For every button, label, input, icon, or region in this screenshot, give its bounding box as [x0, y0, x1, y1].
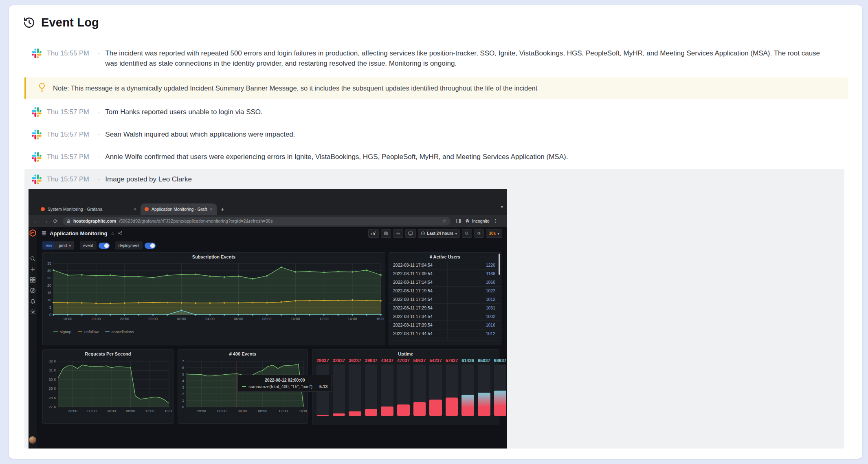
uptime-track: [397, 365, 410, 416]
reload-icon: ⟳: [51, 218, 59, 224]
table-row: 2022-08-11 17:09:541168: [389, 270, 501, 278]
favorite-star-icon: ☆: [111, 231, 115, 236]
svg-text:6: 6: [182, 366, 184, 370]
uptime-value: 68637: [494, 358, 507, 365]
save-dashboard-button: [381, 229, 391, 238]
uptime-track: [349, 365, 361, 416]
uptime-tick: -: [499, 416, 501, 420]
table-cell-value: 1012: [447, 295, 501, 303]
event-text: The incident was reported with repeated …: [105, 48, 822, 68]
back-icon: ←: [32, 218, 40, 224]
grafana-favicon: [41, 207, 45, 211]
uptime-bar: 61436-: [461, 358, 474, 420]
grafana-sidebar: [29, 227, 37, 449]
requests-per-second-chart: 27 K28 K29 K30 K31 K32 K20:0000:0004:000…: [43, 358, 173, 421]
chevron-down-icon: ▾: [455, 231, 457, 236]
monitor-icon: [408, 231, 413, 236]
svg-text:16:00: 16:00: [299, 409, 307, 413]
scrollbar: [499, 254, 500, 275]
browser-tab-system-monitoring: System Monitoring - Grafana ×: [37, 203, 141, 215]
grafana-logo: [29, 229, 37, 239]
url-domain: hostedgraphite.com: [73, 219, 116, 223]
svg-text:0: 0: [182, 405, 184, 409]
table-row: 2022-08-11 17:39:541016: [389, 321, 501, 329]
uptime-tick: -: [354, 416, 356, 420]
svg-text:20:00: 20:00: [92, 317, 101, 321]
kebab-menu-icon: ⋮: [493, 218, 498, 224]
event-text: Tom Hanks reported users unable to login…: [105, 107, 262, 117]
svg-text:29 K: 29 K: [48, 387, 56, 391]
table-cell-value: 1012: [447, 329, 501, 338]
tooltip-value: 5.13: [319, 384, 327, 389]
table-cell-value: 1060: [447, 278, 501, 286]
uptime-value: 61436: [461, 358, 474, 365]
refresh-interval-picker: 30s ▾: [486, 229, 502, 238]
svg-text:12:00: 12:00: [319, 317, 329, 321]
svg-text:27 K: 27 K: [48, 405, 56, 409]
svg-text:14:00: 14:00: [348, 317, 357, 321]
table-row: 2022-08-11 17:44:541012: [389, 329, 501, 338]
browser-tab-application-monitoring: Application Monitoring - Grafa ×: [141, 203, 217, 215]
event-toggle: [99, 243, 110, 249]
uptime-bar: 54237-: [429, 358, 442, 420]
time-range-picker: Last 24 hours ▾: [418, 229, 460, 238]
uptime-bar: 43437-: [381, 358, 393, 420]
refresh-icon: ⟳: [477, 231, 481, 236]
svg-text:04:00: 04:00: [237, 409, 247, 413]
svg-text:20:00: 20:00: [197, 409, 206, 413]
svg-text:30 K: 30 K: [48, 378, 56, 382]
save-icon: [384, 231, 388, 236]
settings-gear-icon: [30, 309, 36, 315]
event-row: Thu 15:57 PM · Image posted by Leo Clark…: [24, 174, 844, 184]
deployment-toggle: [145, 243, 156, 249]
uptime-value: 36237: [349, 358, 361, 365]
env-variable-label: env: [42, 241, 55, 250]
dot-separator: ·: [98, 174, 100, 184]
series-dash-icon: [242, 386, 246, 387]
panel-uptime: Uptime 29037-32637-36237-39837-43437-470…: [312, 349, 499, 424]
event-timestamp: Thu 15:55 PM: [47, 48, 92, 58]
event-timestamp: Thu 15:57 PM: [47, 107, 92, 117]
table-cell-time: 2022-08-11 17:24:54: [389, 295, 447, 303]
table-row: 2022-08-11 17:34:541002: [389, 312, 501, 321]
lock-icon: [67, 219, 70, 223]
slack-icon: [32, 49, 42, 58]
incident-note-banner: Note: This message is a dynamically upda…: [24, 77, 848, 99]
event-timestamp: Thu 15:57 PM: [47, 174, 92, 184]
card-header: Event Log: [9, 5, 862, 29]
event-log-card: Event Log Thu 15:55 PM · The incident wa…: [9, 5, 862, 459]
svg-text:18:00: 18:00: [63, 317, 73, 321]
history-icon: [23, 16, 35, 29]
explore-compass-icon: [30, 287, 36, 294]
panel-title: # Active Users: [389, 253, 501, 261]
alerting-bell-icon: [30, 298, 36, 304]
uptime-track: [446, 365, 458, 416]
svg-text:12:00: 12:00: [279, 409, 288, 413]
svg-text:06:00: 06:00: [234, 317, 243, 321]
table-row: 2022-08-11 17:29:541031: [389, 304, 501, 312]
event-variable-label: event: [80, 241, 96, 250]
uptime-value: 65037: [478, 358, 490, 365]
forward-icon: →: [42, 218, 50, 224]
posted-image-grafana-screenshot[interactable]: System Monitoring - Grafana × Applicatio…: [29, 189, 507, 449]
uptime-bar: 39837-: [365, 358, 378, 420]
svg-text:12:00: 12:00: [145, 409, 154, 413]
uptime-value: 54237: [429, 358, 442, 365]
slack-icon: [32, 175, 42, 184]
uptime-bar-gauges: 29037-32637-36237-39837-43437-47037-5063…: [312, 358, 499, 420]
image-event-container: Thu 15:57 PM · Image posted by Leo Clark…: [24, 169, 844, 449]
uptime-track: [494, 365, 507, 416]
bookmark-star-icon: ☆: [442, 218, 446, 224]
panel-title: Requests Per Second: [43, 350, 173, 358]
panel-subscription-events: Subscription Events 0510152025303518:002…: [42, 252, 385, 345]
uptime-tick: -: [419, 416, 420, 420]
table-row: 2022-08-11 17:14:541060: [389, 278, 501, 287]
uptime-tick: -: [371, 416, 372, 420]
env-variable-value: prod ▾: [55, 241, 74, 250]
url-path: /50623d92/grafana/d/rFJ3Zpenz/applicatio…: [119, 219, 272, 223]
lightbulb-icon: [37, 82, 46, 94]
table-row: 2022-08-11 17:24:541012: [389, 295, 501, 304]
uptime-value: 32637: [333, 358, 345, 365]
uptime-value: 29037: [316, 358, 329, 365]
add-panel-button: [368, 229, 379, 238]
